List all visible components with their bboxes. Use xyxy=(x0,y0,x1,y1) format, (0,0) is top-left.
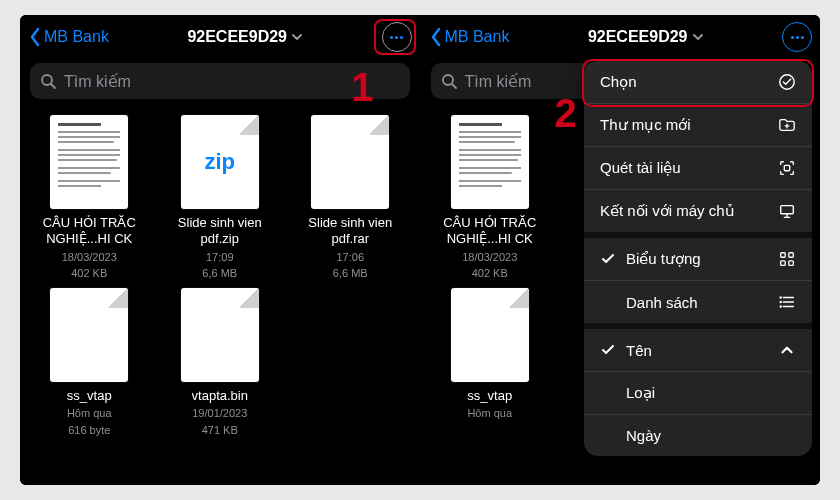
menu-label: Quét tài liệu xyxy=(600,159,681,177)
back-button[interactable]: MB Bank xyxy=(28,27,109,47)
file-item[interactable]: ss_vtap Hôm qua 616 byte xyxy=(26,288,153,437)
file-size: 6,6 MB xyxy=(333,266,368,280)
menu-label: Ngày xyxy=(626,427,661,444)
file-date: Hôm qua xyxy=(467,406,512,420)
file-thumbnail-generic-icon xyxy=(451,288,529,382)
file-thumbnail-document-icon xyxy=(50,115,128,209)
file-size: 402 KB xyxy=(71,266,107,280)
menu-label: Tên xyxy=(626,342,652,359)
file-name: CÂU HỎI TRẮC NGHIỆ...HI CK xyxy=(29,215,149,248)
file-thumbnail-generic-icon xyxy=(311,115,389,209)
back-button[interactable]: MB Bank xyxy=(429,27,510,47)
ellipsis-icon xyxy=(390,36,403,39)
ellipsis-icon xyxy=(791,36,804,39)
file-grid: CÂU HỎI TRẮC NGHIỆ...HI CK 18/03/2023 40… xyxy=(20,109,420,437)
folder-plus-icon xyxy=(778,116,796,134)
file-date: 17:09 xyxy=(206,250,234,264)
file-thumbnail-generic-icon xyxy=(50,288,128,382)
navbar: MB Bank 92ECEE9D29 xyxy=(20,15,420,59)
file-item[interactable]: vtapta.bin 19/01/2023 471 KB xyxy=(157,288,284,437)
folder-title[interactable]: 92ECEE9D29 xyxy=(113,28,378,46)
file-date: 19/01/2023 xyxy=(192,406,247,420)
menu-item-sort-name[interactable]: Tên xyxy=(584,329,812,372)
menu-item-view-list[interactable]: Danh sách xyxy=(584,281,812,329)
menu-label: Thư mục mới xyxy=(600,116,691,134)
folder-title[interactable]: 92ECEE9D29 xyxy=(513,28,778,46)
pane-right: MB Bank 92ECEE9D29 Tìm kiếm CÂU HỎI TRẮC… xyxy=(420,15,821,485)
chevron-left-icon xyxy=(429,27,443,47)
menu-item-view-icons[interactable]: Biểu tượng xyxy=(584,238,812,281)
file-thumbnail-document-icon xyxy=(451,115,529,209)
scan-icon xyxy=(778,159,796,177)
chevron-down-icon xyxy=(291,31,303,43)
svg-point-11 xyxy=(780,306,781,307)
file-name: ss_vtap xyxy=(467,388,512,404)
menu-item-sort-date[interactable]: Ngày xyxy=(584,415,812,456)
search-placeholder: Tìm kiếm xyxy=(64,72,131,91)
file-size: 6,6 MB xyxy=(202,266,237,280)
title-text: 92ECEE9D29 xyxy=(187,28,287,46)
svg-rect-4 xyxy=(781,206,794,214)
svg-rect-3 xyxy=(784,165,789,170)
context-menu: Chọn Thư mục mới Quét tài liệu Kết nối v… xyxy=(584,61,812,456)
file-item[interactable]: ss_vtap Hôm qua xyxy=(427,288,554,421)
search-placeholder: Tìm kiếm xyxy=(465,72,532,91)
file-thumbnail-zip-icon: zip xyxy=(181,115,259,209)
chevron-down-icon xyxy=(692,31,704,43)
more-button[interactable] xyxy=(782,22,812,52)
menu-item-new-folder[interactable]: Thư mục mới xyxy=(584,104,812,147)
file-date: 17:06 xyxy=(336,250,364,264)
menu-label: Biểu tượng xyxy=(626,250,701,268)
file-name: Slide sinh vien pdf.rar xyxy=(290,215,410,248)
search-input[interactable]: Tìm kiếm xyxy=(30,63,410,99)
file-date: 18/03/2023 xyxy=(62,250,117,264)
search-icon xyxy=(40,73,56,89)
file-name: CÂU HỎI TRẮC NGHIỆ...HI CK xyxy=(430,215,550,248)
title-text: 92ECEE9D29 xyxy=(588,28,688,46)
file-item[interactable]: Slide sinh vien pdf.rar 17:06 6,6 MB xyxy=(287,115,414,280)
chevron-left-icon xyxy=(28,27,42,47)
grid-icon xyxy=(778,250,796,268)
svg-point-10 xyxy=(780,302,781,303)
file-name: Slide sinh vien pdf.zip xyxy=(160,215,280,248)
svg-rect-8 xyxy=(789,261,794,266)
menu-label: Chọn xyxy=(600,73,637,91)
pane-left: MB Bank 92ECEE9D29 Tìm kiếm CÂU HỎI TRẮC… xyxy=(20,15,420,485)
menu-item-select[interactable]: Chọn xyxy=(584,61,812,104)
menu-item-scan[interactable]: Quét tài liệu xyxy=(584,147,812,190)
file-name: vtapta.bin xyxy=(192,388,248,404)
file-item[interactable]: zip Slide sinh vien pdf.zip 17:09 6,6 MB xyxy=(157,115,284,280)
file-date: Hôm qua xyxy=(67,406,112,420)
svg-rect-6 xyxy=(789,253,794,258)
file-item[interactable]: CÂU HỎI TRẮC NGHIỆ...HI CK 18/03/2023 40… xyxy=(427,115,554,280)
server-icon xyxy=(778,202,796,220)
checkmark-icon xyxy=(600,341,616,359)
list-icon xyxy=(778,293,796,311)
file-date: 18/03/2023 xyxy=(462,250,517,264)
file-size: 402 KB xyxy=(472,266,508,280)
navbar: MB Bank 92ECEE9D29 xyxy=(421,15,821,59)
file-name: ss_vtap xyxy=(67,388,112,404)
file-size: 471 KB xyxy=(202,423,238,437)
menu-label: Danh sách xyxy=(626,294,698,311)
back-label: MB Bank xyxy=(44,28,109,46)
svg-rect-7 xyxy=(781,261,786,266)
file-item[interactable]: CÂU HỎI TRẮC NGHIỆ...HI CK 18/03/2023 40… xyxy=(26,115,153,280)
more-button[interactable] xyxy=(382,22,412,52)
menu-item-sort-kind[interactable]: Loại xyxy=(584,372,812,415)
menu-label: Kết nối với máy chủ xyxy=(600,202,735,220)
file-thumbnail-generic-icon xyxy=(181,288,259,382)
chevron-up-icon xyxy=(778,341,796,359)
svg-rect-5 xyxy=(781,253,786,258)
svg-point-9 xyxy=(780,297,781,298)
tutorial-two-up: MB Bank 92ECEE9D29 Tìm kiếm CÂU HỎI TRẮC… xyxy=(20,15,820,485)
menu-label: Loại xyxy=(626,384,655,402)
file-size: 616 byte xyxy=(68,423,110,437)
select-circle-check-icon xyxy=(778,73,796,91)
checkmark-icon xyxy=(600,250,616,268)
search-icon xyxy=(441,73,457,89)
menu-item-connect-server[interactable]: Kết nối với máy chủ xyxy=(584,190,812,238)
back-label: MB Bank xyxy=(445,28,510,46)
